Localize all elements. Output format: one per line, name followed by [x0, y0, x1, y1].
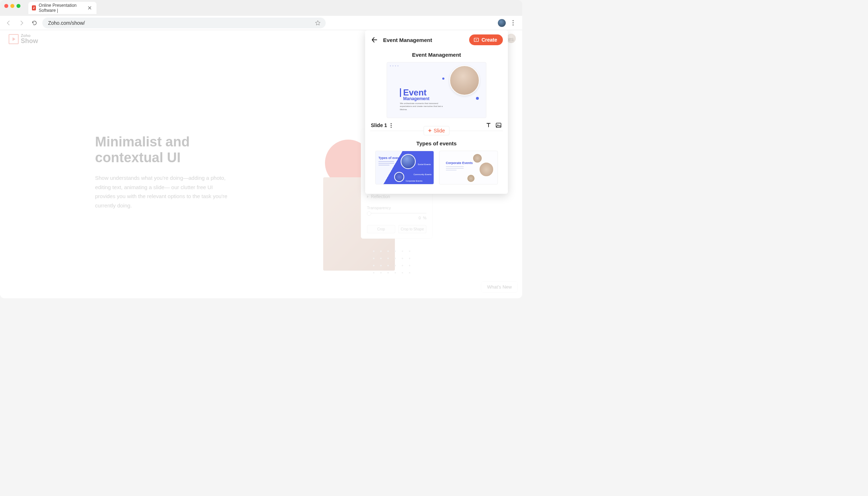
thumb-a-title: Types of events: [378, 156, 402, 160]
chrome-profile-avatar[interactable]: [498, 19, 506, 27]
nav-forward-icon[interactable]: [16, 18, 27, 28]
thumb-photo-circle: [467, 174, 475, 183]
window-zoom-icon[interactable]: [16, 4, 20, 8]
thumb-photo-circle: [472, 153, 482, 163]
add-slide-row: + Slide: [370, 126, 503, 135]
section-title-2: Types of events: [370, 140, 503, 146]
whats-new-button[interactable]: What's New: [481, 281, 518, 293]
url-text: Zoho.com/show/: [48, 20, 85, 26]
window-close-icon[interactable]: [4, 4, 8, 8]
template-thumbnail[interactable]: Corporate Events: [439, 151, 498, 184]
thumbnails-row: Types of events Social Events Community …: [370, 151, 503, 187]
transparency-value: 0: [419, 216, 421, 220]
section-title-1: Event Management: [370, 52, 503, 58]
site-logo[interactable]: Zoho Show: [9, 33, 38, 45]
url-bar-row: Zoho.com/show/: [0, 16, 522, 30]
add-slide-button[interactable]: + Slide: [424, 126, 449, 135]
hero-subtitle: Show understands what you're doing—addin…: [95, 173, 231, 210]
overlay-body: Event Management Event Management We orc…: [365, 50, 508, 194]
overlay-header: Event Management Create: [365, 30, 508, 50]
browser-chrome: Z Online Presentation Software |: [0, 0, 522, 16]
crop-button[interactable]: Crop: [367, 225, 395, 233]
nav-refresh-icon[interactable]: [29, 18, 39, 28]
thumb-b-title: Corporate Events: [446, 161, 473, 165]
slide1-title-big: Event: [400, 88, 429, 97]
window-traffic-lights: [0, 0, 25, 12]
slide-photo-circle: [449, 65, 480, 95]
tab-title: Online Presentation Software |: [39, 3, 85, 13]
bookmark-star-icon[interactable]: [315, 20, 321, 26]
dots-decoration: [373, 251, 411, 274]
slide1-title-small: Management: [403, 96, 429, 101]
template-overlay-panel: Event Management Create Event Management…: [365, 30, 508, 194]
slide-preview-main[interactable]: Event Management We orchestrate moments …: [387, 62, 486, 118]
overlay-title: Event Management: [383, 37, 465, 43]
logo-text-bottom: Show: [21, 38, 38, 45]
presentation-icon: [473, 37, 479, 43]
decoration-dot: [442, 78, 444, 80]
tab-favicon-icon: Z: [32, 5, 36, 10]
add-slide-label: Slide: [434, 128, 445, 134]
thumb-tag: Social Events: [418, 163, 431, 165]
thumb-photo-circle: [394, 172, 404, 182]
window-minimize-icon[interactable]: [10, 4, 14, 8]
transparency-unit: %: [423, 216, 426, 220]
plus-icon: +: [428, 128, 431, 134]
tab-close-icon[interactable]: [88, 6, 91, 10]
nav-back-icon[interactable]: [4, 18, 14, 28]
hero-title: Minimalist and contextual UI: [95, 134, 231, 165]
page-content: Zoho Show Features▼ Templates Minimalist…: [0, 30, 522, 298]
thumb-photo-circle: [479, 162, 494, 177]
thumb-tag: Corporate Events: [406, 180, 423, 182]
crop-to-shape-button[interactable]: Crop to Shape: [398, 225, 426, 233]
decoration-dot: [476, 97, 479, 100]
back-arrow-icon[interactable]: [370, 36, 379, 44]
thumb-photo-circle: [401, 154, 416, 169]
chrome-menu-icon[interactable]: [509, 19, 516, 27]
template-thumbnail[interactable]: Types of events Social Events Community …: [375, 151, 434, 184]
inspector-transparency-slider[interactable]: [367, 213, 426, 214]
url-field[interactable]: Zoho.com/show/: [42, 18, 326, 28]
logo-icon: [9, 34, 19, 44]
inspector-transparency-label: Transparency: [367, 206, 426, 210]
thumb-tag: Community Events: [414, 173, 431, 176]
create-button[interactable]: Create: [469, 34, 503, 45]
slide1-description: We orchestrate moments that transcend ex…: [400, 102, 447, 111]
create-button-label: Create: [481, 37, 497, 43]
browser-tab[interactable]: Z Online Presentation Software |: [28, 2, 96, 14]
